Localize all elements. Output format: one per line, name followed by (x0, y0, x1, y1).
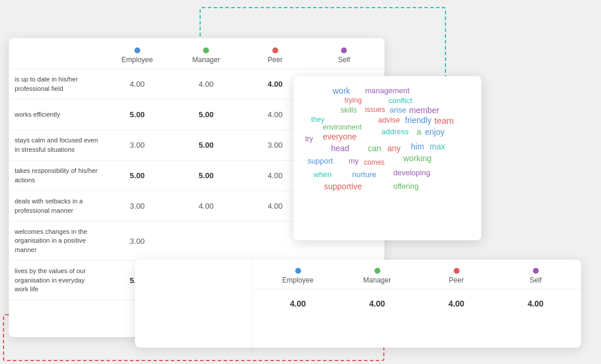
cloud-word: issues (365, 106, 385, 114)
cloud-word: advise (378, 115, 400, 124)
row-value: 5.00 (172, 141, 241, 149)
cloud-word: nurture (352, 170, 376, 179)
column-header-peer: Peer (241, 47, 310, 64)
row-label: works efficiently (15, 110, 103, 119)
column-header-manager: Manager (172, 47, 241, 64)
cloud-word: comes (364, 158, 384, 166)
row-value: 5.00 (103, 171, 172, 180)
bottom-value: 4.00 (496, 299, 575, 308)
cloud-word: member (409, 106, 439, 115)
bottom-col-header-employee: Employee (258, 268, 337, 284)
col-dot (134, 47, 140, 53)
cloud-word: they (311, 115, 325, 124)
row-label: lives by the values of our organisation … (15, 267, 103, 294)
word-cloud: workmanagementtryingconflictskillsissues… (300, 83, 474, 233)
col-label: Manager (172, 56, 241, 64)
cloud-word: environment (323, 123, 362, 131)
cloud-word: everyone (323, 132, 357, 141)
cloud-word: developing (393, 168, 430, 177)
cloud-word: him (411, 142, 424, 151)
cloud-word: arise (390, 106, 406, 114)
col-label: Self (310, 56, 379, 64)
row-value: 5.00 (172, 171, 241, 180)
row-value: 5.00 (172, 110, 241, 119)
cloud-word: trying (345, 96, 362, 104)
bottom-col-header-self: Self (496, 268, 575, 284)
bottom-header: Employee Manager Peer Self (252, 260, 581, 290)
row-value: 4.00 (172, 202, 241, 210)
bottom-data-section: Employee Manager Peer Self 4.004.004.004… (252, 260, 581, 348)
row-value: 3.00 (103, 202, 172, 210)
row-label: takes responsibility of his/her actions (15, 166, 103, 185)
col-dot (374, 268, 380, 274)
bottom-label-column (135, 260, 252, 348)
cloud-word: try (305, 135, 313, 143)
cloud-word: supportive (324, 182, 362, 191)
cloud-word: friendly (405, 115, 431, 125)
cloud-word: management (365, 86, 410, 95)
row-label: is up to date in his/her professional fi… (15, 75, 103, 93)
cloud-word: conflict (389, 96, 412, 105)
table-header: Employee Manager Peer Self (9, 38, 384, 69)
col-label: Peer (417, 276, 496, 284)
cloud-word: my (349, 157, 359, 165)
col-dot (272, 47, 278, 53)
cloud-word: work (333, 86, 350, 96)
cloud-word: address (381, 127, 408, 136)
row-label: stays calm and focused even in stressful… (15, 136, 103, 154)
col-dot (295, 268, 301, 274)
cloud-word: working (403, 154, 431, 163)
row-label: welcomes changes in the organisation in … (15, 227, 103, 254)
cloud-word: max (430, 142, 445, 151)
col-label: Employee (103, 56, 172, 64)
cloud-word: a (417, 127, 421, 137)
cloud-word: head (331, 144, 349, 153)
bottom-value: 4.00 (337, 299, 417, 308)
col-dot (341, 47, 347, 53)
row-value: 4.00 (172, 80, 241, 89)
cloud-word: team (434, 115, 454, 125)
bottom-col-header-manager: Manager (337, 268, 417, 284)
cloud-word: can (368, 144, 381, 153)
column-header-self: Self (310, 47, 379, 64)
cloud-word: when (313, 170, 332, 179)
row-value: 3.00 (103, 141, 172, 149)
scene: Employee Manager Peer Self is up to date… (0, 0, 601, 364)
cloud-word: any (387, 144, 401, 153)
bottom-value: 4.00 (258, 299, 337, 308)
bottom-data-row: 4.004.004.004.00 (252, 290, 581, 318)
bottom-value: 4.00 (417, 299, 496, 308)
col-label: Self (496, 276, 575, 284)
word-cloud-card: workmanagementtryingconflictskillsissues… (293, 76, 481, 240)
row-value: 4.00 (103, 80, 172, 89)
row-label: deals with setbacks in a professional ma… (15, 197, 103, 215)
col-dot (533, 268, 539, 274)
cloud-word: skills (340, 106, 357, 114)
row-value: 3.00 (103, 237, 172, 246)
col-label: Peer (241, 56, 310, 64)
col-label: Employee (258, 276, 337, 284)
cloud-word: offering (393, 182, 418, 190)
bottom-card: Employee Manager Peer Self 4.004.004.004… (135, 260, 581, 348)
cloud-word: support (308, 157, 333, 165)
column-header-employee: Employee (103, 47, 172, 64)
col-dot (203, 47, 209, 53)
col-dot (454, 268, 460, 274)
col-label: Manager (337, 276, 417, 284)
bottom-col-header-peer: Peer (417, 268, 496, 284)
row-value: 5.00 (103, 110, 172, 119)
cloud-word: enjoy (425, 127, 444, 137)
